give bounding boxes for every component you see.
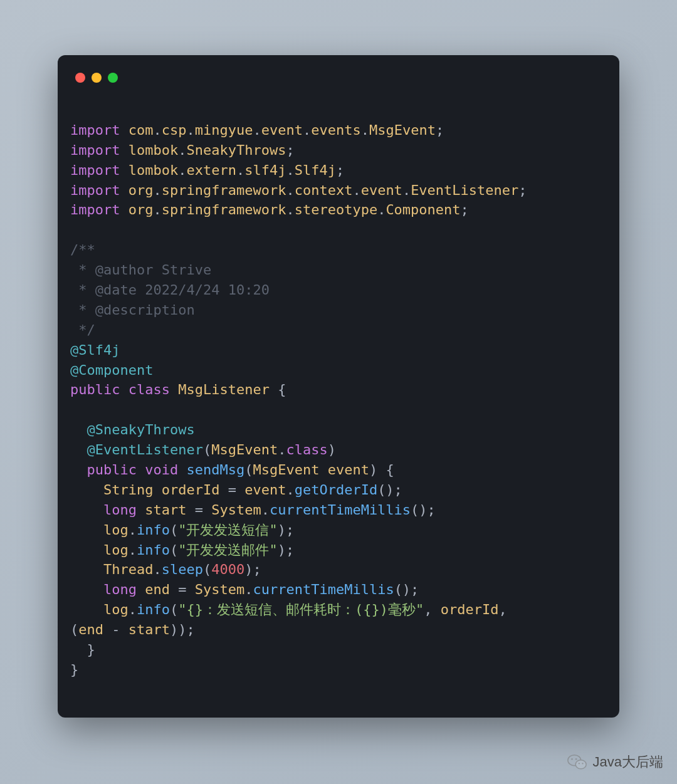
code-line: (end - start)); bbox=[70, 620, 607, 640]
code-window: import com.csp.mingyue.event.events.MsgE… bbox=[58, 55, 619, 718]
code-line: @Component bbox=[70, 360, 607, 380]
code-line: /** bbox=[70, 240, 607, 260]
svg-point-2 bbox=[571, 758, 573, 760]
svg-point-5 bbox=[582, 763, 583, 764]
code-line: } bbox=[70, 640, 607, 660]
code-block: import com.csp.mingyue.event.events.MsgE… bbox=[70, 100, 607, 680]
code-line: @EventListener(MsgEvent.class) bbox=[70, 440, 607, 460]
code-line: import com.csp.mingyue.event.events.MsgE… bbox=[70, 120, 607, 140]
code-line: long end = System.currentTimeMillis(); bbox=[70, 580, 607, 600]
code-line: Thread.sleep(4000); bbox=[70, 560, 607, 580]
code-line: * @author Strive bbox=[70, 260, 607, 280]
code-line: String orderId = event.getOrderId(); bbox=[70, 480, 607, 500]
window-titlebar bbox=[70, 70, 607, 100]
code-line: * @description bbox=[70, 300, 607, 320]
code-line: @SneakyThrows bbox=[70, 420, 607, 440]
code-line: public void sendMsg(MsgEvent event) { bbox=[70, 460, 607, 480]
code-line bbox=[70, 220, 607, 240]
wechat-icon bbox=[567, 751, 588, 773]
code-line: public class MsgListener { bbox=[70, 380, 607, 400]
code-line: log.info("开发发送邮件"); bbox=[70, 540, 607, 560]
code-line: import org.springframework.stereotype.Co… bbox=[70, 200, 607, 220]
svg-point-3 bbox=[575, 758, 577, 760]
code-line: @Slf4j bbox=[70, 340, 607, 360]
code-line: */ bbox=[70, 320, 607, 340]
code-line: import lombok.SneakyThrows; bbox=[70, 140, 607, 160]
svg-point-4 bbox=[578, 763, 579, 764]
svg-point-1 bbox=[575, 760, 586, 769]
code-line: import lombok.extern.slf4j.Slf4j; bbox=[70, 160, 607, 180]
code-line: import org.springframework.context.event… bbox=[70, 180, 607, 201]
close-icon[interactable] bbox=[75, 73, 85, 83]
code-line: log.info("{}：发送短信、邮件耗时：({})毫秒", orderId, bbox=[70, 600, 607, 620]
minimize-icon[interactable] bbox=[92, 73, 102, 83]
code-line: log.info("开发发送短信"); bbox=[70, 520, 607, 540]
code-line: } bbox=[70, 660, 607, 680]
code-line: * @date 2022/4/24 10:20 bbox=[70, 280, 607, 300]
zoom-icon[interactable] bbox=[108, 73, 118, 83]
watermark: Java大后端 bbox=[567, 751, 663, 773]
code-line bbox=[70, 400, 607, 420]
watermark-text: Java大后端 bbox=[593, 753, 663, 771]
code-line: long start = System.currentTimeMillis(); bbox=[70, 500, 607, 520]
code-line bbox=[70, 100, 607, 120]
